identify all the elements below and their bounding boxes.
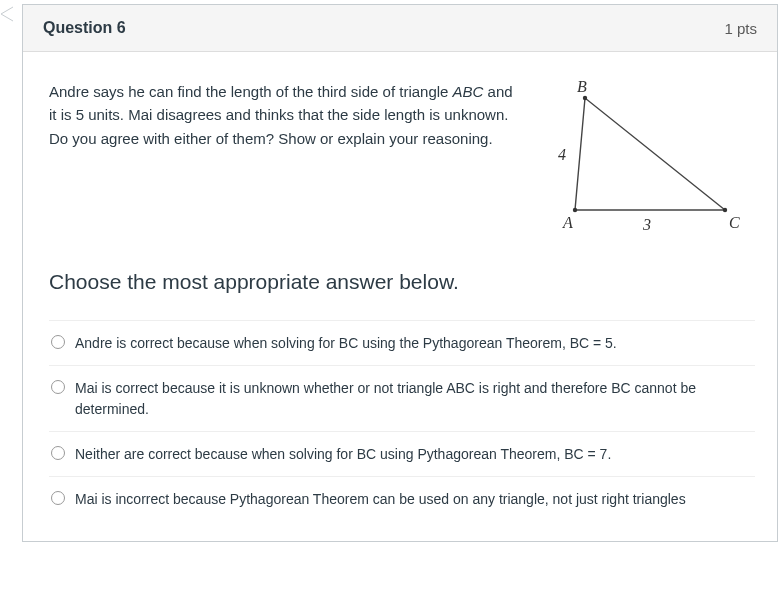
prompt-before: Andre says he can find the length of the…	[49, 83, 453, 100]
option-2[interactable]: Neither are correct because when solving…	[49, 431, 755, 476]
svg-point-3	[723, 208, 727, 212]
question-points: 1 pts	[724, 20, 757, 37]
question-title: Question 6	[43, 19, 126, 37]
option-1[interactable]: Mai is correct because it is unknown whe…	[49, 365, 755, 431]
svg-point-1	[583, 96, 587, 100]
triangle-name: ABC	[453, 83, 484, 100]
radio-icon[interactable]	[51, 380, 65, 394]
label-C: C	[729, 214, 740, 231]
options-list: Andre is correct because when solving fo…	[49, 320, 755, 521]
label-B: B	[577, 80, 587, 95]
label-A: A	[562, 214, 573, 231]
option-label: Andre is correct because when solving fo…	[75, 333, 617, 353]
card-pointer-icon	[0, 5, 15, 23]
svg-marker-0	[575, 98, 725, 210]
option-label: Neither are correct because when solving…	[75, 444, 611, 464]
radio-icon[interactable]	[51, 446, 65, 460]
option-3[interactable]: Mai is incorrect because Pythagorean The…	[49, 476, 755, 521]
side-AC: 3	[642, 216, 651, 233]
prompt-row: Andre says he can find the length of the…	[49, 80, 755, 240]
option-label: Mai is incorrect because Pythagorean The…	[75, 489, 686, 509]
triangle-figure: B A C 4 3	[535, 80, 755, 240]
option-label: Mai is correct because it is unknown whe…	[75, 378, 753, 419]
radio-icon[interactable]	[51, 335, 65, 349]
question-card: Question 6 1 pts Andre says he can find …	[22, 4, 778, 542]
question-body: Andre says he can find the length of the…	[23, 52, 777, 541]
prompt-text: Andre says he can find the length of the…	[49, 80, 515, 150]
question-header: Question 6 1 pts	[23, 5, 777, 52]
side-AB: 4	[558, 146, 566, 163]
sub-prompt: Choose the most appropriate answer below…	[49, 270, 755, 294]
svg-point-2	[573, 208, 577, 212]
option-0[interactable]: Andre is correct because when solving fo…	[49, 321, 755, 365]
radio-icon[interactable]	[51, 491, 65, 505]
